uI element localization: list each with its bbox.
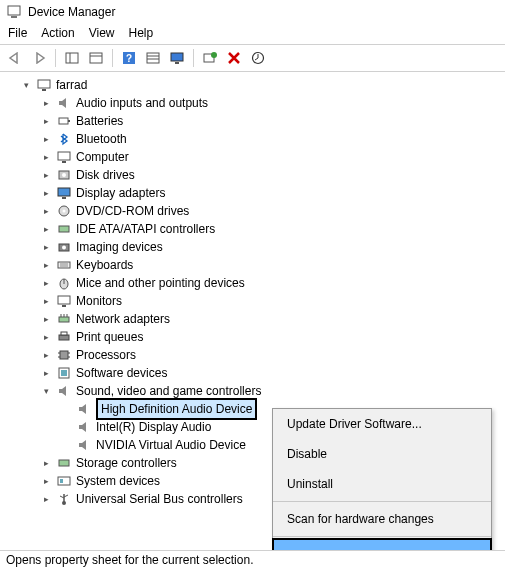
collapse-arrow-icon[interactable]: ▸ <box>40 148 52 166</box>
bluetooth-icon <box>56 131 72 147</box>
display-icon <box>56 185 72 201</box>
tree-item[interactable]: ▸IDE ATA/ATAPI controllers <box>6 220 503 238</box>
collapse-arrow-icon[interactable]: ▸ <box>40 94 52 112</box>
svg-rect-43 <box>61 332 67 335</box>
tree-item[interactable]: ▸Network adapters <box>6 310 503 328</box>
collapse-arrow-icon[interactable]: ▸ <box>40 292 52 310</box>
collapse-arrow-icon[interactable]: ▸ <box>40 364 52 382</box>
tree-item-label: Intel(R) Display Audio <box>96 418 211 436</box>
svg-rect-51 <box>59 460 69 466</box>
statusbar-text: Opens property sheet for the current sel… <box>6 553 253 567</box>
menu-view[interactable]: View <box>89 26 115 40</box>
view-button[interactable] <box>142 48 164 68</box>
speaker-icon <box>56 383 72 399</box>
svg-rect-8 <box>147 53 159 63</box>
tree-item[interactable]: ▸Audio inputs and outputs <box>6 94 503 112</box>
svg-rect-1 <box>11 16 17 18</box>
tree-item[interactable]: ▸Bluetooth <box>6 130 503 148</box>
ctx-properties[interactable]: Properties <box>272 538 492 550</box>
collapse-arrow-icon[interactable]: ▸ <box>40 346 52 364</box>
titlebar: Device Manager <box>0 0 505 24</box>
tree-item-label: DVD/CD-ROM drives <box>76 202 189 220</box>
menu-action[interactable]: Action <box>41 26 74 40</box>
device-tree[interactable]: ▾ farrad ▸Audio inputs and outputs ▸Batt… <box>0 72 505 550</box>
context-menu-separator <box>273 536 491 537</box>
tree-item-label: Disk drives <box>76 166 135 184</box>
window-title: Device Manager <box>28 5 115 19</box>
forward-button[interactable] <box>28 48 50 68</box>
svg-rect-17 <box>42 89 46 91</box>
collapse-arrow-icon[interactable]: ▸ <box>40 130 52 148</box>
tree-item[interactable]: ▸DVD/CD-ROM drives <box>6 202 503 220</box>
menu-file[interactable]: File <box>8 26 27 40</box>
tree-root-label: farrad <box>56 76 87 94</box>
collapse-arrow-icon[interactable]: ▸ <box>40 454 52 472</box>
svg-rect-37 <box>62 305 66 307</box>
tree-item-label: Software devices <box>76 364 167 382</box>
tree-item[interactable]: ▸Disk drives <box>6 166 503 184</box>
tree-item[interactable]: ▸Software devices <box>6 364 503 382</box>
network-icon <box>56 311 72 327</box>
tree-item-label: IDE ATA/ATAPI controllers <box>76 220 215 238</box>
tree-item[interactable]: ▸Mice and other pointing devices <box>6 274 503 292</box>
optical-drive-icon <box>56 203 72 219</box>
collapse-arrow-icon[interactable]: ▸ <box>40 328 52 346</box>
collapse-arrow-icon[interactable]: ▸ <box>40 310 52 328</box>
svg-rect-31 <box>58 262 70 268</box>
tree-item-label: NVIDIA Virtual Audio Device <box>96 436 246 454</box>
tree-item[interactable]: ▸Keyboards <box>6 256 503 274</box>
svg-text:?: ? <box>126 53 132 64</box>
collapse-arrow-icon[interactable]: ▸ <box>40 184 52 202</box>
menu-help[interactable]: Help <box>129 26 154 40</box>
controller-icon <box>56 455 72 471</box>
collapse-arrow-icon[interactable]: ▸ <box>40 112 52 130</box>
speaker-icon <box>56 95 72 111</box>
tree-item-label: High Definition Audio Device <box>96 398 257 420</box>
show-hide-tree-button[interactable] <box>61 48 83 68</box>
update-driver-button[interactable] <box>247 48 269 68</box>
ctx-update-driver[interactable]: Update Driver Software... <box>273 409 491 439</box>
ctx-uninstall[interactable]: Uninstall <box>273 469 491 499</box>
help-button[interactable]: ? <box>118 48 140 68</box>
battery-icon <box>56 113 72 129</box>
collapse-arrow-icon[interactable]: ▸ <box>40 472 52 490</box>
menubar: File Action View Help <box>0 24 505 44</box>
uninstall-button[interactable] <box>223 48 245 68</box>
collapse-arrow-icon[interactable]: ▸ <box>40 238 52 256</box>
svg-point-27 <box>63 210 66 213</box>
speaker-icon <box>76 419 92 435</box>
tree-item[interactable]: ▸Imaging devices <box>6 238 503 256</box>
expand-arrow-icon[interactable]: ▾ <box>40 382 52 400</box>
collapse-arrow-icon[interactable]: ▸ <box>40 166 52 184</box>
collapse-arrow-icon[interactable]: ▸ <box>40 256 52 274</box>
svg-rect-50 <box>61 370 67 376</box>
tree-item[interactable]: ▸Processors <box>6 346 503 364</box>
tree-item[interactable]: ▸Monitors <box>6 292 503 310</box>
keyboard-icon <box>56 257 72 273</box>
controller-icon <box>56 221 72 237</box>
tree-item-label: Storage controllers <box>76 454 177 472</box>
context-menu-separator <box>273 501 491 502</box>
svg-point-30 <box>62 246 66 250</box>
ctx-disable[interactable]: Disable <box>273 439 491 469</box>
ctx-scan[interactable]: Scan for hardware changes <box>273 504 491 534</box>
svg-rect-36 <box>58 296 70 304</box>
svg-rect-21 <box>62 161 66 163</box>
toolbar: ? <box>0 44 505 72</box>
monitor-button[interactable] <box>166 48 188 68</box>
tree-item[interactable]: ▸Display adapters <box>6 184 503 202</box>
svg-rect-4 <box>90 53 102 63</box>
expand-arrow-icon[interactable]: ▾ <box>20 76 32 94</box>
tree-item[interactable]: ▸Print queues <box>6 328 503 346</box>
collapse-arrow-icon[interactable]: ▸ <box>40 202 52 220</box>
collapse-arrow-icon[interactable]: ▸ <box>40 490 52 508</box>
tree-item[interactable]: ▸Batteries <box>6 112 503 130</box>
tree-root[interactable]: ▾ farrad <box>6 76 503 94</box>
collapse-arrow-icon[interactable]: ▸ <box>40 220 52 238</box>
properties-toolbar-button[interactable] <box>85 48 107 68</box>
back-button[interactable] <box>4 48 26 68</box>
software-icon <box>56 365 72 381</box>
scan-hardware-button[interactable] <box>199 48 221 68</box>
tree-item[interactable]: ▸Computer <box>6 148 503 166</box>
collapse-arrow-icon[interactable]: ▸ <box>40 274 52 292</box>
